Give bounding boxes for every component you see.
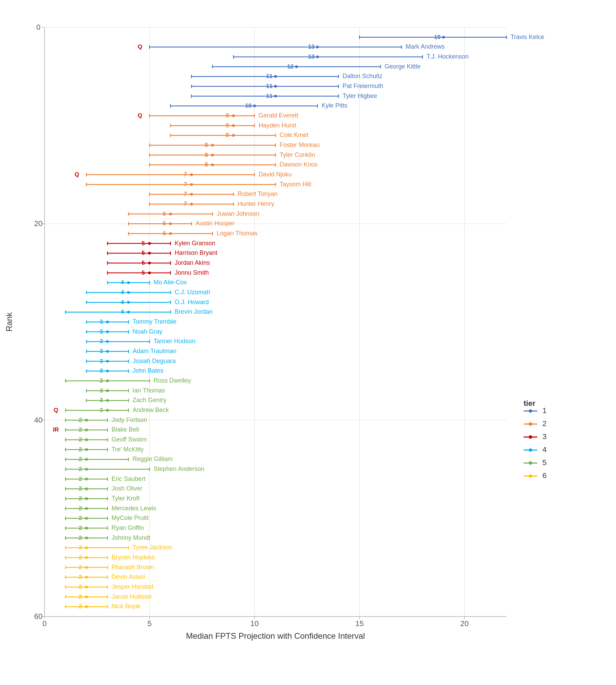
svg-text:3: 3 [100,387,103,394]
svg-text:2: 2 [79,485,82,492]
svg-text:Ross Dwelley: Ross Dwelley [154,377,191,384]
svg-text:Eric Saubert: Eric Saubert [112,475,145,482]
svg-text:Gerald Everett: Gerald Everett [259,112,298,119]
svg-text:Ian Thomas: Ian Thomas [132,387,165,394]
svg-point-351 [85,546,88,549]
svg-text:40: 40 [34,416,42,424]
svg-point-77 [253,104,256,107]
svg-text:Juwan Johnson: Juwan Johnson [217,210,259,217]
svg-point-309 [85,478,88,481]
svg-text:Taysom Hill: Taysom Hill [280,181,311,188]
svg-point-96 [232,134,235,137]
svg-text:13: 13 [308,43,315,50]
svg-text:Nick Boyle: Nick Boyle [112,603,141,610]
svg-text:Travis Kelce: Travis Kelce [511,34,544,40]
svg-text:George Kittle: George Kittle [385,63,421,70]
svg-text:Q: Q [138,112,142,119]
svg-point-120 [190,173,193,176]
svg-text:6: 6 [163,220,166,227]
svg-text:Tanner Hudson: Tanner Hudson [154,338,195,345]
svg-point-175 [148,262,151,264]
svg-point-272 [85,419,88,422]
svg-point-315 [85,487,88,490]
svg-point-291 [85,448,88,451]
svg-text:Pharaoh Brown: Pharaoh Brown [112,564,154,571]
svg-point-363 [85,566,88,569]
svg-text:Tre' McKitty: Tre' McKitty [112,446,144,453]
svg-point-247 [106,379,109,382]
svg-point-223 [106,340,109,343]
svg-text:T.J. Hockenson: T.J. Hockenson [427,53,469,60]
svg-text:3: 3 [542,432,547,441]
svg-text:7: 7 [184,191,187,197]
svg-text:8: 8 [205,142,208,148]
svg-text:Andrew Beck: Andrew Beck [132,407,169,413]
svg-text:Pat Freiermuth: Pat Freiermuth [343,83,383,89]
svg-text:Brycen Hopkins: Brycen Hopkins [112,554,155,561]
svg-text:Q: Q [54,407,58,413]
svg-text:Mark Andrews: Mark Andrews [406,43,445,50]
svg-point-181 [148,272,151,274]
svg-text:20: 20 [34,219,42,228]
svg-text:Tyler Higbee: Tyler Higbee [343,92,377,99]
svg-point-59 [274,75,277,78]
svg-text:2: 2 [79,505,82,512]
svg-text:3: 3 [100,328,103,335]
svg-text:4: 4 [121,289,124,296]
svg-point-145 [169,213,172,215]
svg-text:Q: Q [75,171,79,178]
svg-text:10: 10 [250,619,258,628]
svg-text:Kylen Granson: Kylen Granson [175,240,215,247]
svg-text:John Bates: John Bates [132,367,163,374]
svg-text:2: 2 [79,466,82,472]
svg-text:6: 6 [542,471,547,480]
svg-text:Dalton Schultz: Dalton Schultz [343,73,382,79]
svg-text:Noah Gray: Noah Gray [132,328,162,335]
svg-text:Hayden Hurst: Hayden Hurst [259,122,296,129]
svg-text:8: 8 [205,152,208,158]
svg-text:2: 2 [79,426,82,433]
svg-text:6: 6 [163,230,166,237]
svg-text:Johnny Mundt: Johnny Mundt [112,534,150,541]
svg-text:2: 2 [79,574,82,580]
svg-text:Jordan Akins: Jordan Akins [175,259,210,266]
svg-text:Tommy Tremble: Tommy Tremble [132,318,176,325]
svg-point-34 [442,36,445,39]
svg-text:Jonnu Smith: Jonnu Smith [175,269,209,276]
svg-point-127 [190,183,193,186]
svg-text:0: 0 [42,619,47,628]
svg-point-381 [85,596,88,598]
svg-text:2: 2 [79,495,82,502]
svg-text:13: 13 [308,53,315,60]
svg-point-151 [169,222,172,225]
svg-point-369 [85,576,88,578]
svg-text:Foster Moreau: Foster Moreau [280,141,320,148]
svg-point-229 [106,350,109,353]
svg-text:9: 9 [226,122,229,129]
svg-text:20: 20 [460,619,469,628]
svg-point-321 [85,497,88,500]
svg-point-102 [211,144,214,147]
svg-point-187 [127,281,130,284]
svg-text:Zach Gentry: Zach Gentry [132,397,166,403]
svg-text:2: 2 [79,564,82,571]
svg-point-47 [316,55,319,58]
svg-text:11: 11 [266,73,273,79]
svg-text:Mercedes Lewis: Mercedes Lewis [112,505,156,512]
svg-text:Kyle Pitts: Kyle Pitts [322,102,347,109]
svg-point-285 [85,438,88,441]
svg-point-205 [127,311,130,313]
svg-point-211 [106,321,109,323]
svg-text:Reggie Gilliam: Reggie Gilliam [132,456,172,462]
svg-text:Logan Thomas: Logan Thomas [217,230,258,237]
svg-text:C.J. Uzomah: C.J. Uzomah [175,289,210,296]
svg-text:Tyree Jackson: Tyree Jackson [132,544,172,551]
svg-point-401 [529,448,532,452]
svg-point-327 [85,507,88,510]
svg-text:Harrison Bryant: Harrison Bryant [175,249,217,256]
svg-point-217 [106,331,109,333]
svg-text:2: 2 [79,456,82,462]
svg-point-241 [106,370,109,372]
svg-text:11: 11 [266,93,273,99]
svg-text:Devin Asiasi: Devin Asiasi [112,573,145,580]
